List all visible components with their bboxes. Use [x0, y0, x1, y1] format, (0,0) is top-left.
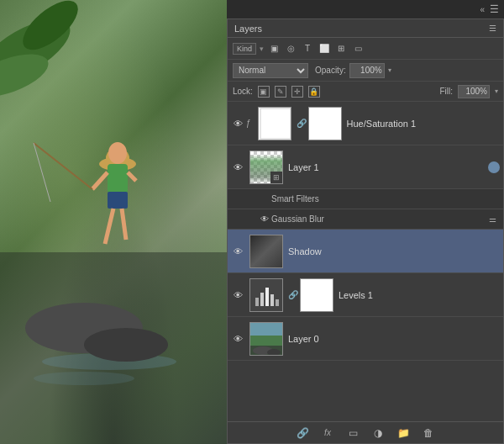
shape-filter-icon[interactable]: ⬜ — [318, 42, 331, 56]
eye-icon-shadow[interactable]: 👁 — [231, 245, 244, 258]
eye-icon-gaussian-blur[interactable]: 👁 — [258, 213, 271, 226]
pixel-filter-icon[interactable]: ▣ — [267, 42, 281, 56]
svg-point-5 — [34, 372, 134, 385]
add-mask-icon[interactable]: ▭ — [345, 426, 360, 441]
layer-name-layer-0: Layer 0 — [288, 334, 500, 344]
blend-mode-row: Normal Multiply Screen Overlay Opacity: … — [228, 60, 503, 82]
layer-name-smart-filters: Smart Filters — [271, 194, 500, 204]
panel-menu-icon[interactable]: ☰ — [490, 3, 499, 15]
layer-item-levels-1[interactable]: 👁 🔗 Levels 1 — [228, 273, 503, 317]
lock-all-icon[interactable]: 🔒 — [308, 86, 320, 98]
opacity-input[interactable]: 100% — [349, 63, 385, 78]
collapse-icon[interactable]: « — [480, 5, 485, 14]
panel-options-icon[interactable]: ☰ — [489, 24, 496, 33]
thumb-levels-1 — [249, 278, 283, 312]
hue-thumb-icon — [259, 107, 291, 140]
layer-item-smart-filters[interactable]: 👁 Smart Filters — [228, 189, 503, 209]
link-icon-levels[interactable]: 🔗 — [288, 290, 298, 299]
layer-name-hue-saturation-1: Hue/Saturation 1 — [347, 119, 500, 129]
eye-icon-levels-1[interactable]: 👁 — [231, 288, 244, 302]
layer-name-levels-1: Levels 1 — [339, 290, 500, 300]
photo-overlay — [0, 0, 227, 444]
svg-rect-11 — [108, 164, 128, 193]
svg-rect-26 — [250, 322, 282, 336]
svg-line-15 — [105, 209, 113, 244]
svg-point-10 — [108, 142, 127, 164]
opacity-label: Opacity: — [315, 66, 346, 75]
link-icon-hue[interactable]: 🔗 — [297, 119, 307, 128]
lock-row: Lock: ▣ ✎ ✛ 🔒 Fill: ▾ — [228, 82, 503, 102]
delete-layer-icon[interactable]: 🗑 — [421, 426, 436, 441]
lock-transparent-icon[interactable]: ▣ — [258, 86, 270, 98]
thumb-levels-mask — [300, 278, 333, 312]
layer-item-layer-0[interactable]: 👁 Layer 0 — [228, 317, 503, 361]
fill-arrow[interactable]: ▾ — [495, 87, 498, 95]
eye-icon-layer-0[interactable]: 👁 — [231, 332, 244, 346]
fill-input[interactable] — [458, 85, 490, 98]
thumb-layer-1: ⊞ — [249, 151, 283, 184]
fx-icon[interactable]: fx — [320, 426, 335, 441]
svg-line-18 — [34, 143, 50, 202]
extra-filter-icon[interactable]: ▭ — [351, 42, 365, 56]
layers-panel: Layers ☰ Kind ▾ ▣ ◎ T ⬜ ⊞ ▭ Normal Multi… — [227, 18, 504, 444]
thumb-shadow — [249, 235, 283, 268]
svg-point-30 — [267, 349, 281, 356]
opacity-arrow[interactable]: ▾ — [388, 66, 391, 74]
lock-label: Lock: — [233, 87, 253, 96]
panel-bottom-bar: 🔗 fx ▭ ◑ 📁 🗑 — [228, 421, 503, 443]
panel-header: Layers ☰ — [228, 19, 503, 38]
svg-rect-24 — [270, 294, 274, 306]
layer-item-gaussian-blur[interactable]: 👁 Gaussian Blur ⚌ — [228, 209, 503, 230]
layers-list[interactable]: 👁 ƒ 🔗 Hue/Saturation 1 👁 ⊞ Layer 1 — [228, 102, 503, 421]
layer-1-badge: ⊞ — [270, 172, 282, 183]
kind-arrow: ▾ — [260, 45, 264, 53]
eye-icon-layer-1[interactable]: 👁 — [231, 161, 244, 174]
photo-canvas — [0, 0, 227, 444]
layer-item-layer-1[interactable]: 👁 ⊞ Layer 1 — [228, 145, 503, 189]
layer-name-gaussian-blur: Gaussian Blur — [271, 214, 489, 224]
svg-line-17 — [34, 143, 92, 189]
svg-line-16 — [122, 209, 126, 240]
levels-icon — [252, 281, 281, 309]
svg-rect-14 — [108, 192, 128, 209]
kind-filter-button[interactable]: Kind — [233, 43, 256, 55]
layers-panel-area: « ☰ Layers ☰ Kind ▾ ▣ ◎ T ⬜ ⊞ ▭ Normal M… — [227, 0, 504, 444]
link-layers-icon[interactable]: 🔗 — [295, 426, 310, 441]
svg-rect-23 — [265, 288, 269, 306]
layer-type-icon-hue: ƒ — [246, 119, 251, 128]
svg-line-12 — [92, 172, 108, 189]
svg-rect-22 — [260, 293, 264, 306]
type-filter-icon[interactable]: T — [301, 42, 314, 56]
svg-point-7 — [84, 328, 168, 362]
smart-filter-icon[interactable]: ⊞ — [334, 42, 348, 56]
layer-name-shadow: Shadow — [288, 246, 500, 256]
lock-position-icon[interactable]: ✛ — [291, 86, 303, 98]
svg-line-13 — [128, 172, 136, 181]
kind-row: Kind ▾ ▣ ◎ T ⬜ ⊞ ▭ — [228, 38, 503, 60]
lock-pixels-icon[interactable]: ✎ — [275, 86, 286, 98]
eye-icon-hue-saturation-1[interactable]: 👁 — [231, 117, 244, 130]
layer-item-shadow[interactable]: 👁 Shadow — [228, 230, 503, 273]
adjustment-filter-icon[interactable]: ◎ — [284, 42, 297, 56]
gaussian-blur-settings-icon[interactable]: ⚌ — [489, 214, 496, 224]
fill-label: Fill: — [439, 87, 453, 96]
thumb-hue-saturation-1 — [258, 107, 291, 140]
thumb-hue-mask — [308, 107, 342, 140]
layer-name-layer-1: Layer 1 — [288, 162, 486, 172]
layer-item-hue-saturation-1[interactable]: 👁 ƒ 🔗 Hue/Saturation 1 — [228, 102, 503, 145]
thumb-layer-0 — [249, 322, 283, 356]
svg-rect-19 — [260, 108, 291, 139]
panel-title: Layers — [234, 24, 262, 34]
landscape-thumb — [250, 322, 282, 356]
svg-rect-21 — [255, 298, 259, 306]
new-group-icon[interactable]: 📁 — [396, 426, 411, 441]
top-bar: « ☰ — [227, 0, 504, 18]
new-adjustment-icon[interactable]: ◑ — [370, 426, 386, 441]
blend-mode-select[interactable]: Normal Multiply Screen Overlay — [233, 63, 308, 78]
svg-rect-27 — [250, 336, 282, 346]
layer-1-smart-badge — [488, 161, 500, 173]
svg-rect-25 — [276, 299, 279, 306]
